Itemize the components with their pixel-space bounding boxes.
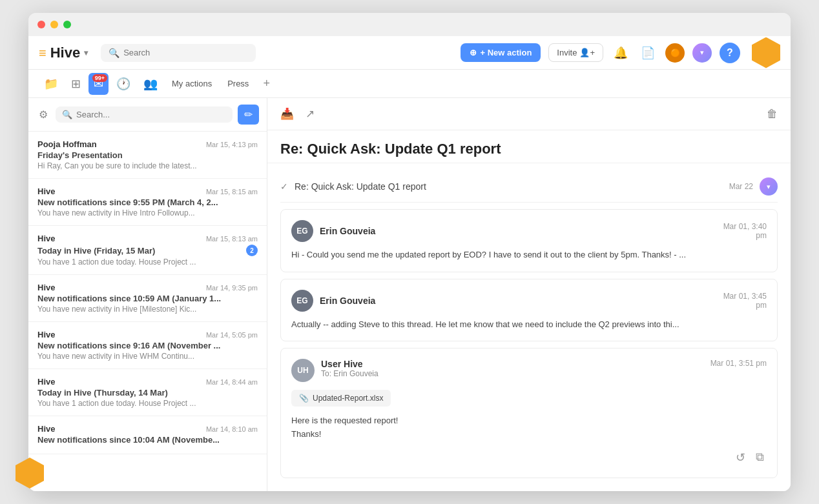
- global-search-bar: 🔍: [101, 44, 256, 62]
- reply-history-icon: ↺: [736, 451, 745, 464]
- global-search-input[interactable]: [123, 48, 248, 57]
- email-list-panel: ⚙ 🔍 ✏ Pooja Hoffman Mar 15, 4:13 pm: [28, 98, 267, 491]
- panel-search-bar: 🔍: [56, 106, 233, 123]
- compose-icon: ✏: [244, 109, 253, 120]
- archive-button[interactable]: 📥: [278, 105, 296, 123]
- tab-inbox[interactable]: ✉ 99+: [88, 73, 109, 95]
- clock-icon: 🕐: [116, 77, 130, 91]
- reply-history-button[interactable]: ↺: [733, 448, 748, 467]
- user-hive-body: Here is the requested report! Thanks!: [291, 414, 767, 441]
- tab-add-button[interactable]: +: [258, 74, 275, 93]
- copy-button[interactable]: ⧉: [753, 448, 767, 467]
- avatar-initials: ▾: [700, 48, 704, 57]
- tab-folder[interactable]: 📁: [39, 73, 63, 95]
- help-button[interactable]: ?: [720, 43, 740, 63]
- inbox-badge: 99+: [92, 74, 107, 82]
- message-card: EG Erin Gouveia Mar 01, 3:45pm Actually …: [280, 279, 778, 342]
- email-subject: New notifications since 10:04 AM (Novemb…: [37, 435, 258, 445]
- tab-clock[interactable]: 🕐: [111, 73, 136, 95]
- email-item[interactable]: Hive Mar 14, 5:05 pm New notifications s…: [28, 322, 267, 369]
- email-sender: Hive: [37, 283, 55, 292]
- notifications-button[interactable]: 🔔: [611, 43, 630, 63]
- email-sender: Pooja Hoffman: [37, 139, 97, 149]
- email-preview: Hi Ray, Can you be sure to include the l…: [37, 161, 258, 170]
- email-date: Mar 15, 8:15 am: [206, 188, 258, 196]
- tab-bar: 📁 ⊞ ✉ 99+ 🕐 👥 My actions Press +: [28, 70, 791, 98]
- orange-hex-decoration: [752, 37, 780, 68]
- attachment-chip[interactable]: 📎 Updated-Report.xlsx: [291, 390, 391, 407]
- main-content: ⚙ 🔍 ✏ Pooja Hoffman Mar 15, 4:13 pm: [28, 98, 791, 491]
- uh-initials: UH: [297, 366, 308, 375]
- minimize-dot[interactable]: [50, 21, 58, 28]
- new-action-label: + New action: [481, 48, 532, 57]
- email-item[interactable]: Hive Mar 14, 8:44 am Today in Hive (Thur…: [28, 369, 267, 416]
- user-avatar[interactable]: ▾: [692, 43, 712, 63]
- email-date: Mar 15, 4:13 pm: [206, 141, 258, 148]
- email-item[interactable]: Hive Mar 14, 8:10 am New notifications s…: [28, 416, 267, 454]
- email-subject: Friday's Presentation: [37, 150, 258, 160]
- email-item[interactable]: Hive Mar 15, 8:13 am Today in Hive (Frid…: [28, 226, 267, 275]
- body-line1: Here is the requested report!: [291, 414, 767, 428]
- delete-button[interactable]: 🗑: [764, 105, 780, 123]
- compose-button[interactable]: ✏: [238, 105, 259, 125]
- settings-button[interactable]: ⚙: [36, 106, 50, 123]
- bell-icon: 🔔: [614, 46, 628, 60]
- email-date: Mar 14, 5:05 pm: [206, 331, 258, 339]
- thread-subject-label: Re: Quick Ask: Update Q1 report: [295, 181, 723, 192]
- message-body: Actually -- adding Steve to this thread.…: [291, 318, 767, 331]
- user-hive-name: User Hive: [321, 359, 704, 369]
- maximize-dot[interactable]: [63, 21, 71, 28]
- thread-area: ✓ Re: Quick Ask: Update Q1 report Mar 22…: [267, 163, 791, 491]
- top-nav: ≡ Hive ▾ 🔍 ⊕ + New action Invite 👤+ 🔔 📄 …: [28, 36, 791, 70]
- invite-icon: 👤+: [579, 48, 595, 57]
- panel-toolbar: ⚙ 🔍 ✏: [28, 98, 267, 132]
- logo-text: Hive: [50, 45, 80, 61]
- logo[interactable]: ≡ Hive ▾: [39, 45, 88, 61]
- tab-my-actions[interactable]: My actions: [165, 75, 218, 92]
- logo-caret: ▾: [84, 48, 88, 57]
- app-window: ≡ Hive ▾ 🔍 ⊕ + New action Invite 👤+ 🔔 📄 …: [28, 13, 791, 491]
- email-preview: You have new activity in Hive WHM Contin…: [37, 352, 258, 361]
- invite-button[interactable]: Invite 👤+: [548, 43, 603, 62]
- panel-search-input[interactable]: [76, 110, 226, 119]
- message-date: Mar 01, 3:45pm: [723, 292, 767, 310]
- unread-badge: 2: [246, 245, 258, 256]
- folder-icon: 📁: [44, 77, 58, 91]
- message-avatar: EG: [291, 290, 313, 312]
- copy-icon: ⧉: [756, 450, 764, 463]
- email-item[interactable]: Hive Mar 15, 8:15 am New notifications s…: [28, 179, 267, 226]
- notes-button[interactable]: 📄: [638, 43, 658, 63]
- status-avatar[interactable]: 🟠: [665, 43, 685, 63]
- user-hive-date: Mar 01, 3:51 pm: [710, 359, 767, 368]
- email-toolbar: 📥 ↗ 🗑: [267, 98, 791, 130]
- panel-search-icon: 🔍: [62, 110, 72, 119]
- gear-icon: ⚙: [39, 109, 48, 120]
- email-preview: You have new activity in Hive Intro Foll…: [37, 208, 258, 217]
- new-action-icon: ⊕: [470, 48, 477, 57]
- email-sender: Hive: [37, 424, 55, 434]
- message-date: Mar 01, 3:40pm: [723, 222, 767, 240]
- email-sender: Hive: [37, 377, 55, 387]
- email-item[interactable]: Pooja Hoffman Mar 15, 4:13 pm Friday's P…: [28, 132, 267, 179]
- email-sender: Hive: [37, 330, 55, 339]
- thread-header: ✓ Re: Quick Ask: Update Q1 report Mar 22…: [280, 171, 778, 203]
- email-date: Mar 14, 9:35 pm: [206, 284, 258, 292]
- message-sender: Erin Gouveia: [320, 296, 375, 306]
- forward-button[interactable]: ↗: [303, 105, 317, 123]
- attachment-icon: 📎: [299, 394, 309, 403]
- message-sender: Erin Gouveia: [320, 226, 375, 236]
- email-item[interactable]: Hive Mar 14, 9:35 pm New notifications s…: [28, 275, 267, 322]
- email-subject: New notifications since 9:55 PM (March 4…: [37, 197, 258, 207]
- avatar-initials: EG: [296, 227, 307, 236]
- tab-press[interactable]: Press: [221, 75, 255, 92]
- attachment-name: Updated-Report.xlsx: [313, 394, 383, 403]
- email-subject-heading: Re: Quick Ask: Update Q1 report: [267, 130, 791, 163]
- message-avatar: EG: [291, 220, 313, 242]
- message-card: EG Erin Gouveia Mar 01, 3:40pm Hi - Coul…: [280, 209, 778, 272]
- new-action-button[interactable]: ⊕ + New action: [461, 43, 541, 62]
- email-date: Mar 14, 8:44 am: [206, 378, 258, 386]
- close-dot[interactable]: [37, 21, 45, 28]
- message-body: Hi - Could you send me the updated repor…: [291, 248, 767, 261]
- tab-people[interactable]: 👥: [138, 73, 163, 95]
- tab-grid[interactable]: ⊞: [66, 73, 86, 95]
